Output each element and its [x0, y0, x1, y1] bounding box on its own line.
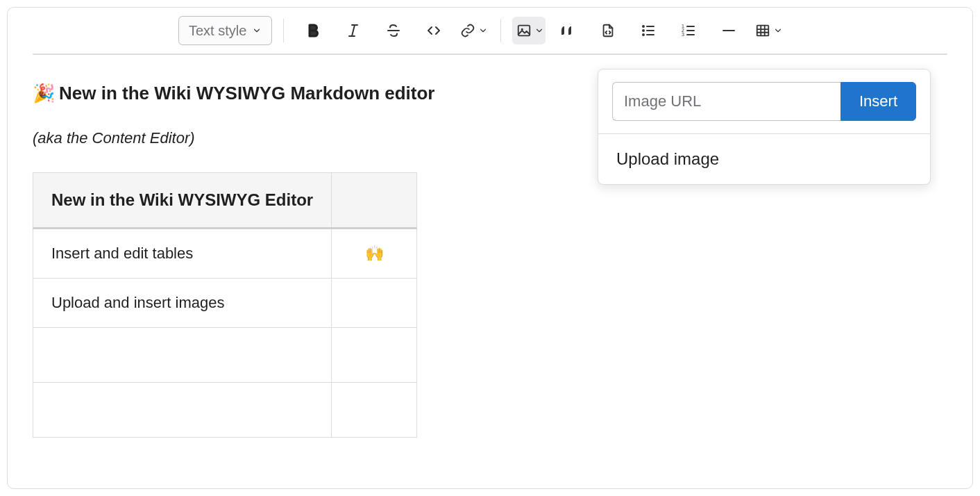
upload-image-option[interactable]: Upload image — [598, 134, 930, 184]
text-style-dropdown[interactable]: Text style — [178, 16, 272, 45]
image-url-row: Insert — [598, 69, 930, 134]
svg-text:3: 3 — [682, 32, 684, 37]
table-row — [33, 328, 417, 383]
chevron-down-icon — [773, 26, 783, 35]
table-cell[interactable]: 🙌 — [332, 229, 417, 279]
table-cell[interactable] — [332, 279, 417, 328]
inline-code-button[interactable] — [416, 17, 452, 44]
table-row — [33, 383, 417, 438]
text-style-label: Text style — [189, 23, 246, 39]
svg-point-2 — [642, 25, 645, 28]
quote-button[interactable] — [550, 17, 586, 44]
image-url-input[interactable] — [612, 82, 840, 121]
chevron-down-icon — [252, 23, 262, 39]
table-header-row: New in the Wiki WYSIWYG Editor — [33, 173, 417, 229]
table-cell[interactable]: Insert and edit tables — [33, 229, 332, 279]
table-cell[interactable]: Upload and insert images — [33, 279, 332, 328]
content-table[interactable]: New in the Wiki WYSIWYG Editor Insert an… — [33, 172, 417, 438]
toolbar-inner: Text style — [178, 16, 784, 45]
horizontal-rule-button[interactable] — [711, 17, 747, 44]
editor-frame: Text style — [7, 7, 973, 489]
table-cell[interactable] — [332, 383, 417, 438]
svg-rect-8 — [757, 26, 769, 36]
svg-point-3 — [642, 29, 645, 32]
chevron-down-icon — [534, 26, 544, 35]
ordered-list-button[interactable]: 1 2 3 — [670, 17, 707, 44]
link-button[interactable] — [456, 17, 489, 44]
strike-button[interactable] — [375, 17, 412, 44]
chevron-down-icon — [478, 26, 488, 35]
table-row: Insert and edit tables 🙌 — [33, 229, 417, 279]
table-header-cell[interactable] — [332, 173, 417, 229]
bullet-list-button[interactable] — [630, 17, 666, 44]
toolbar-divider — [500, 19, 501, 42]
italic-button[interactable] — [335, 17, 371, 44]
toolbar-divider — [283, 19, 284, 42]
party-popper-emoji: 🎉 — [33, 83, 55, 104]
toolbar: Text style — [8, 8, 972, 53]
image-button[interactable] — [512, 17, 546, 44]
codeblock-button[interactable] — [590, 17, 626, 44]
table-cell[interactable] — [33, 383, 332, 438]
svg-point-4 — [642, 33, 645, 36]
table-row: Upload and insert images — [33, 279, 417, 328]
image-dropdown-panel: Insert Upload image — [598, 69, 931, 185]
bold-button[interactable] — [295, 17, 331, 44]
insert-image-button[interactable]: Insert — [840, 82, 916, 121]
table-header-cell[interactable]: New in the Wiki WYSIWYG Editor — [33, 173, 332, 229]
svg-rect-0 — [518, 26, 530, 36]
heading-text: New in the Wiki WYSIWYG Markdown editor — [59, 83, 434, 104]
table-button[interactable] — [751, 17, 784, 44]
table-cell[interactable] — [33, 328, 332, 383]
table-cell[interactable] — [332, 328, 417, 383]
